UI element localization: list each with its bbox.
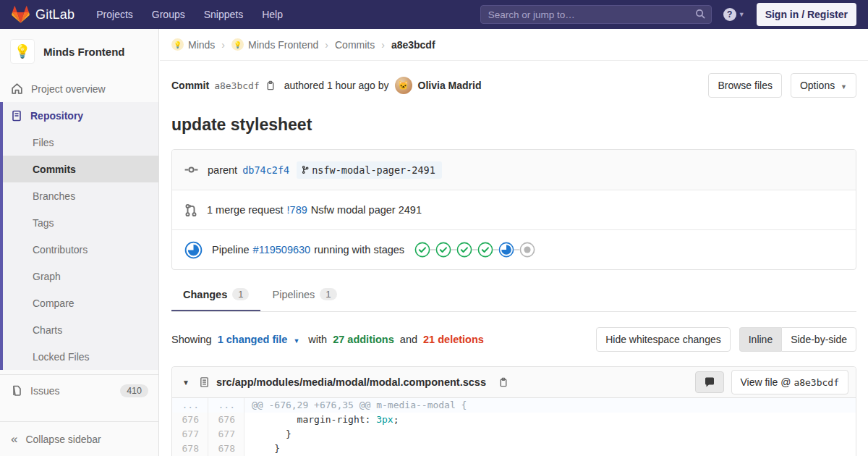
pipeline-stage-success-icon[interactable] [456, 242, 472, 258]
collapse-diff-icon[interactable]: ▼ [179, 379, 192, 387]
diff-table: ......@@ -676,29 +676,35 @@ m-media--mod… [172, 398, 856, 456]
diff-hunk-row: ......@@ -676,29 +676,35 @@ m-media--mod… [172, 398, 856, 413]
sidebar-item-contributors[interactable]: Contributors [3, 236, 158, 263]
view-file-button[interactable]: View file @ a8e3bcdf [731, 370, 849, 394]
merge-request-row: 1 merge request !789 Nsfw modal pager 24… [172, 190, 856, 229]
gitlab-tanuki-icon [12, 6, 30, 24]
pipeline-stage-created-icon[interactable] [519, 242, 535, 258]
additions-count: 27 additions [333, 334, 394, 345]
options-button[interactable]: Options ▼ [791, 73, 856, 98]
top-navbar: GitLab ProjectsGroupsSnippetsHelp ? ▼ Si… [0, 0, 868, 29]
parent-label: parent [208, 164, 237, 176]
nav-item-projects[interactable]: Projects [96, 9, 133, 20]
breadcrumb: 💡Minds›💡Minds Frontend›Commits›a8e3bcdf [160, 29, 868, 61]
breadcrumb-separator: › [221, 39, 225, 51]
stage-connector [493, 249, 498, 250]
browse-files-button[interactable]: Browse files [708, 73, 781, 98]
sidebar-item-compare[interactable]: Compare [3, 290, 158, 316]
breadcrumb-item-a8e3bcdf[interactable]: a8e3bcdf [391, 39, 435, 51]
merge-request-title: Nsfw modal pager 2491 [311, 204, 422, 216]
tab-changes[interactable]: Changes 1 [171, 277, 260, 311]
tab-count-badge: 1 [320, 288, 336, 300]
diff-code-row: 678678 } [172, 442, 856, 456]
nav-item-snippets[interactable]: Snippets [204, 9, 243, 20]
file-icon [199, 376, 210, 388]
sidebar-item-repository[interactable]: Repository [3, 102, 158, 129]
stage-connector [430, 249, 435, 250]
new-line-number[interactable]: 677 [208, 427, 244, 442]
file-path[interactable]: src/app/modules/media/modal/modal.compon… [216, 376, 486, 388]
sidebar-item-files[interactable]: Files [3, 129, 158, 156]
sidebar-item-label: Issues [30, 385, 59, 397]
home-icon [11, 83, 23, 95]
diff-code: @@ -676,29 +676,35 @@ m-media--modal { [244, 398, 856, 413]
options-label: Options [800, 80, 835, 91]
parent-row: parent db74c2f4 nsfw-modal-pager-2491 [172, 150, 856, 190]
diff-code: } [244, 442, 856, 456]
brand-name: GitLab [35, 7, 75, 22]
collapse-sidebar-button[interactable]: « Collapse sidebar [0, 421, 158, 456]
breadcrumb-avatar: 💡 [171, 38, 184, 51]
side-by-side-view-button[interactable]: Side-by-side [781, 327, 856, 352]
breadcrumb-item-minds-frontend[interactable]: 💡Minds Frontend [231, 38, 318, 51]
project-header[interactable]: 💡 Minds Frontend [0, 29, 158, 75]
tab-label: Pipelines [272, 289, 315, 300]
merge-request-link[interactable]: !789 [287, 204, 307, 216]
breadcrumb-item-minds[interactable]: 💡Minds [171, 38, 215, 51]
pipeline-link[interactable]: #119509630 [253, 244, 311, 256]
sidebar-item-locked-files[interactable]: Locked Files [3, 343, 158, 370]
search-icon[interactable] [695, 9, 706, 22]
sidebar-item-tags[interactable]: Tags [3, 209, 158, 236]
author-name[interactable]: Olivia Madrid [418, 80, 482, 91]
old-line-number[interactable]: ... [172, 398, 208, 413]
search-box [480, 5, 712, 24]
gitlab-logo[interactable]: GitLab [12, 6, 75, 24]
chevron-down-icon: ▼ [293, 337, 299, 345]
old-line-number[interactable]: 678 [172, 442, 208, 456]
new-line-number[interactable]: ... [208, 398, 244, 413]
commit-icon [184, 163, 198, 177]
sidebar-item-commits[interactable]: Commits [3, 156, 158, 182]
toggle-comments-button[interactable] [695, 371, 724, 393]
pipeline-stage-success-icon[interactable] [414, 242, 430, 258]
commit-label: Commit [171, 80, 209, 91]
tab-pipelines[interactable]: Pipelines 1 [260, 277, 348, 311]
copy-sha-icon[interactable] [265, 80, 276, 91]
sidebar-item-branches[interactable]: Branches [3, 182, 158, 209]
stage-connector [472, 249, 477, 250]
changed-files-dropdown[interactable]: 1 changed file ▼ [218, 334, 303, 345]
pipeline-stage-success-icon[interactable] [477, 242, 493, 258]
new-line-number[interactable]: 676 [208, 413, 244, 427]
breadcrumb-avatar: 💡 [231, 38, 244, 51]
help-menu[interactable]: ? ▼ [723, 8, 745, 21]
parent-sha-link[interactable]: db74c2f4 [242, 164, 289, 176]
old-line-number[interactable]: 676 [172, 413, 208, 427]
sidebar-item-issues[interactable]: Issues 410 [0, 374, 158, 406]
hide-whitespace-button[interactable]: Hide whitespace changes [596, 327, 731, 352]
stage-connector [514, 249, 519, 250]
old-line-number[interactable]: 677 [172, 427, 208, 442]
sidebar-item-project-overview[interactable]: Project overview [0, 75, 158, 102]
diff-code: } [244, 427, 856, 442]
breadcrumb-item-commits[interactable]: Commits [335, 39, 375, 51]
inline-view-button[interactable]: Inline [739, 327, 781, 352]
pipeline-status-text: running with stages [314, 244, 404, 256]
nav-item-groups[interactable]: Groups [152, 9, 185, 20]
author-avatar[interactable]: 🐱 [395, 77, 412, 94]
nav-item-help[interactable]: Help [262, 9, 283, 20]
breadcrumb-label: a8e3bcdf [391, 39, 435, 51]
sidebar-item-charts[interactable]: Charts [3, 316, 158, 343]
tabs: Changes 1 Pipelines 1 [171, 277, 856, 312]
breadcrumb-separator: › [325, 39, 328, 51]
copy-path-icon[interactable] [498, 376, 509, 388]
search-input[interactable] [480, 5, 712, 24]
pipeline-stage-success-icon[interactable] [435, 242, 451, 258]
sidebar-item-label: Repository [30, 110, 83, 122]
diff-file-card: ▼ src/app/modules/media/modal/modal.comp… [171, 366, 856, 456]
sidebar-item-graph[interactable]: Graph [3, 263, 158, 290]
diff-file-header: ▼ src/app/modules/media/modal/modal.comp… [172, 367, 856, 398]
new-line-number[interactable]: 678 [208, 442, 244, 456]
branch-chip[interactable]: nsfw-modal-pager-2491 [297, 161, 442, 179]
sign-in-button[interactable]: Sign in / Register [757, 3, 856, 26]
pipeline-stage-running-icon[interactable] [498, 242, 514, 258]
